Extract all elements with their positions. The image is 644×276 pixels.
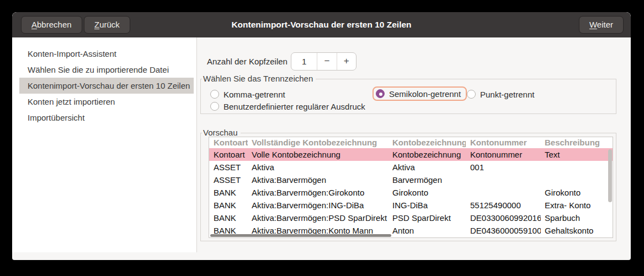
- table-cell: Extra- Konto: [541, 199, 607, 212]
- sidebar-item-intro[interactable]: Konten-Import-Assistent: [19, 46, 194, 62]
- table-cell: Aktiva:Barvermögen: [248, 174, 388, 186]
- table-row[interactable]: BANKAktiva:Barvermögen:ING-DiBaING-DiBa5…: [209, 199, 613, 212]
- table-cell: DE03300609920160: [466, 212, 541, 224]
- radio-icon: [210, 90, 219, 99]
- radio-semicolon-separated[interactable]: Semikolon-getrennt: [376, 89, 461, 99]
- sidebar-item-preview[interactable]: Kontenimport-Vorschau der ersten 10 Zeil…: [19, 78, 194, 94]
- table-cell: 001: [466, 161, 541, 174]
- radio-label: Semikolon-getrennt: [389, 89, 461, 99]
- table-cell: Kontoart: [209, 148, 248, 161]
- column-header-description[interactable]: Beschreibung: [541, 137, 607, 148]
- table-cell: Aktiva:Barvermögen:Girokonto: [248, 186, 388, 199]
- table-cell: BANK: [209, 186, 248, 199]
- preview-frame: Vorschau Kontoart Vollständige Kontobeze…: [200, 133, 616, 241]
- table-cell: Barvermögen: [388, 174, 466, 186]
- assistant-window: Abbrechen Zurück Kontenimport-Vorschau d…: [12, 12, 631, 260]
- sidebar-divider: [196, 37, 197, 252]
- spinner-increase-button[interactable]: +: [337, 53, 356, 70]
- table-row[interactable]: BANKAktiva:Barvermögen:GirokontoGirokont…: [209, 186, 613, 199]
- preview-table-header: Kontoart Vollständige Kontobezeichnung K…: [209, 137, 613, 148]
- sidebar-item-import-now[interactable]: Konten jetzt importieren: [19, 94, 194, 110]
- radio-icon: [467, 90, 476, 99]
- table-row[interactable]: ASSETAktivaAktiva001: [209, 161, 613, 174]
- table-cell: Aktiva: [388, 161, 466, 174]
- table-cell: Aktiva: [248, 161, 388, 174]
- table-cell: Sparbuch: [541, 212, 607, 224]
- table-cell: Gehaltskonto: [541, 224, 607, 237]
- radio-label: Benutzerdefinierter regulärer Ausdruck: [223, 102, 365, 111]
- table-cell: BANK: [209, 212, 248, 224]
- table-cell: [466, 174, 541, 186]
- table-row[interactable]: ASSETAktiva:BarvermögenBarvermögen: [209, 174, 613, 186]
- table-cell: Text: [541, 148, 607, 161]
- header-lines-label: Anzahl der Kopfzeilen: [207, 57, 288, 66]
- table-cell: Anton: [388, 224, 466, 237]
- table-cell: Kontonummer: [466, 148, 541, 161]
- radio-custom-regex[interactable]: Benutzerdefinierter regulärer Ausdruck: [210, 100, 365, 112]
- radio-icon: [376, 89, 385, 98]
- table-cell: Girokonto: [388, 186, 466, 199]
- preview-table: Kontoart Vollständige Kontobezeichnung K…: [209, 137, 613, 238]
- radio-period-separated[interactable]: Punkt-getrennt: [467, 88, 534, 100]
- table-cell: Girokonto: [541, 186, 607, 199]
- table-cell: BANK: [209, 199, 248, 212]
- table-cell: [466, 186, 541, 199]
- column-header-full-account-name[interactable]: Vollständige Kontobezeichnung: [248, 137, 388, 148]
- sidebar-item-summary[interactable]: Importübersicht: [19, 110, 194, 126]
- table-cell: ASSET: [209, 174, 248, 186]
- table-row[interactable]: KontoartVolle KontobezeichnungKontobezei…: [209, 148, 613, 161]
- table-cell: Aktiva:Barvermögen:ING-DiBa: [248, 199, 388, 212]
- preview-frame-legend: Vorschau: [202, 128, 241, 137]
- column-header-account-type[interactable]: Kontoart: [209, 137, 248, 148]
- separator-frame-legend: Wählen Sie das Trennzeichen: [202, 74, 316, 83]
- table-cell: ING-DiBa: [388, 199, 466, 212]
- table-cell: [541, 174, 607, 186]
- column-header-account-name[interactable]: Kontobezeichnung: [388, 137, 466, 148]
- table-cell: PSD SparDirekt: [388, 212, 466, 224]
- header-lines-spinner: 1 − +: [291, 52, 356, 71]
- table-cell: 55125490000: [466, 199, 541, 212]
- sidebar-item-choose-file[interactable]: Wählen Sie die zu importierende Datei: [19, 62, 194, 78]
- table-cell: DE04360000591001: [466, 224, 541, 237]
- table-cell: ASSET: [209, 161, 248, 174]
- radio-label: Komma-getrennt: [223, 90, 285, 99]
- separator-frame: Wählen Sie das Trennzeichen Komma-getren…: [200, 79, 616, 114]
- next-button[interactable]: Weiter: [579, 16, 624, 34]
- preview-table-body: KontoartVolle KontobezeichnungKontobezei…: [209, 148, 613, 237]
- radio-label: Punkt-getrennt: [480, 90, 534, 99]
- column-header-account-number[interactable]: Kontonummer: [466, 137, 541, 148]
- assistant-steps-sidebar: Konten-Import-Assistent Wählen Sie die z…: [12, 37, 196, 252]
- table-cell: Kontobezeichnung: [388, 148, 466, 161]
- radio-semicolon-focus-ring: Semikolon-getrennt: [372, 86, 467, 101]
- radio-icon: [210, 102, 219, 111]
- table-row[interactable]: BANKAktiva:Barvermögen:PSD SparDirektPSD…: [209, 212, 613, 224]
- table-cell: Aktiva:Barvermögen:PSD SparDirekt: [248, 212, 388, 224]
- window-title: Kontenimport-Vorschau der ersten 10 Zeil…: [12, 12, 631, 37]
- header-lines-value[interactable]: 1: [291, 53, 317, 70]
- titlebar: Abbrechen Zurück Kontenimport-Vorschau d…: [12, 12, 631, 37]
- table-cell: [541, 161, 607, 174]
- vertical-scrollbar-thumb[interactable]: [608, 149, 612, 202]
- horizontal-scrollbar-thumb[interactable]: [210, 234, 391, 237]
- spinner-decrease-button[interactable]: −: [317, 53, 336, 70]
- table-cell: Volle Kontobezeichnung: [248, 148, 388, 161]
- radio-comma-separated[interactable]: Komma-getrennt: [210, 88, 285, 100]
